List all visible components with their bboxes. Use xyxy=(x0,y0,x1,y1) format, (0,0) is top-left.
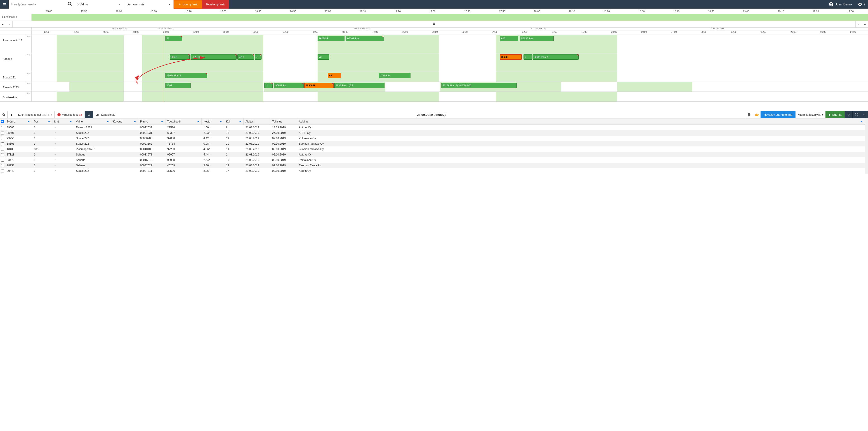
run-button[interactable]: ▶ Suorita xyxy=(826,111,845,118)
camera-icon[interactable] xyxy=(432,22,436,26)
watchers[interactable]: 2 xyxy=(855,0,868,8)
gantt-task[interactable]: 56136 Pos xyxy=(520,36,554,41)
filter-icon[interactable]: ⏷ xyxy=(69,120,72,123)
filter-icon[interactable]: ⏷ xyxy=(239,120,242,123)
selection-dropdown[interactable]: 5 Valittu ▼ xyxy=(74,0,124,8)
gantt-row-label[interactable]: 2Plasmapoltto 13 xyxy=(0,35,32,53)
th-toim[interactable]: Toimitus xyxy=(272,120,282,123)
row-checkbox[interactable] xyxy=(1,131,4,134)
gantt-row-body[interactable] xyxy=(32,92,868,101)
gantt-task[interactable]: 76064 Pos. 1! xyxy=(165,73,207,78)
scrollbar[interactable] xyxy=(865,118,868,174)
row-checkbox[interactable] xyxy=(1,126,4,129)
th-asiak[interactable]: Asiakas xyxy=(299,120,308,123)
errors-button[interactable]: ! Virhetilanteet 13 xyxy=(55,111,85,118)
nav-first-button[interactable]: « xyxy=(0,21,6,28)
th-vaihe[interactable]: Vaihe xyxy=(76,120,83,123)
row-checkbox[interactable] xyxy=(1,164,4,167)
search-icon[interactable] xyxy=(68,2,72,7)
th-aloitus[interactable]: Aloitus xyxy=(246,120,254,123)
gantt-task[interactable]: 65254 Pos.! xyxy=(191,54,237,60)
select-all-checkbox[interactable] xyxy=(1,120,4,123)
filter-icon[interactable]: ⏷ xyxy=(27,120,30,123)
mini-row-bar[interactable] xyxy=(32,14,868,21)
filter-icon[interactable]: ⏷ xyxy=(48,120,51,123)
gantt-task[interactable]: 88348 xyxy=(500,54,522,60)
gantt-row-body[interactable]: 13091!90601 Po!88348 P!6136 Pos. 1(6.956… xyxy=(32,82,868,92)
th-pos[interactable]: Pos xyxy=(34,120,39,123)
row-checkbox[interactable] xyxy=(1,170,4,173)
row-checkbox[interactable] xyxy=(1,159,4,162)
filter-icon[interactable]: ⏷ xyxy=(161,120,163,123)
delete-group-button[interactable]: Poista ryhmä xyxy=(202,0,229,8)
th-tyo[interactable]: Työnro xyxy=(7,120,15,123)
refresh-button[interactable] xyxy=(85,111,93,118)
gantt-task[interactable]: 56136 Pos. 1(10.00h) 000 xyxy=(441,83,517,88)
row-checkbox[interactable] xyxy=(1,148,4,151)
capacity-button[interactable]: Kapasiteetti xyxy=(93,111,118,118)
fullscreen-button[interactable] xyxy=(852,111,860,118)
table-row[interactable]: 289581✓Sahaus00032627462693.36h1921.08.2… xyxy=(0,163,865,168)
filter-icon[interactable]: ⏷ xyxy=(106,120,109,123)
create-group-button[interactable]: ＋ Luo ryhmä xyxy=(174,0,202,8)
search-input[interactable] xyxy=(8,0,74,8)
gantt-row-label[interactable]: 2Space 222 xyxy=(0,72,32,82)
table-row[interactable]: 181081✓Space 22200023162767840.08h1021.0… xyxy=(0,141,865,147)
bottom-filter-button[interactable] xyxy=(8,111,16,118)
gantt-task[interactable]: 1! xyxy=(264,83,273,88)
gantt-task[interactable]: 73 xyxy=(318,54,329,60)
group-dropdown[interactable]: Demoryhmä ▼ xyxy=(124,0,174,8)
gantt-row-body[interactable]: 47!76064 P07269 Pos.!62656136 Pos xyxy=(32,35,868,53)
filter-icon[interactable]: ⏷ xyxy=(133,120,136,123)
gantt-task[interactable]: 6 xyxy=(524,54,532,60)
gantt-row-body[interactable]: 76064 Pos. 1!8807269 Pc xyxy=(32,72,868,82)
table-row[interactable]: 354011✓Space 22200021031683072.83h1221.0… xyxy=(0,130,865,135)
gantt-task[interactable]: 76064 P xyxy=(318,36,344,41)
nav-last-button[interactable]: » xyxy=(862,21,868,28)
gantt-task[interactable]: 62611 Pos. 1! xyxy=(532,54,579,60)
approve-button[interactable]: Hyväksy suunnitelmat xyxy=(761,111,796,118)
gantt-row-label[interactable]: 2Sahaus xyxy=(0,53,32,72)
table-row[interactable]: 18108106✓Plasmapoltto 1300010103922934.6… xyxy=(0,147,865,152)
gantt-task[interactable]: 07269 Pc xyxy=(379,73,411,78)
gantt-row-label[interactable]: 2Sorvikeskus xyxy=(0,92,32,101)
filter-icon[interactable]: ⏷ xyxy=(197,120,199,123)
unloaded-button[interactable]: Kuormittamattomat 202 / 373 xyxy=(16,111,55,118)
user-menu[interactable]: Jussi Demo xyxy=(826,0,855,8)
gantt-task[interactable]: 7! xyxy=(255,54,262,60)
gantt-row-label[interactable]: 2Rausch 3233 xyxy=(0,82,32,92)
filter-icon[interactable]: ⏷ xyxy=(219,120,222,123)
gantt-task[interactable]: 90601 Po! xyxy=(274,83,304,88)
print-button[interactable] xyxy=(745,111,753,118)
gantt-task[interactable]: 6136 Pos. 1(6.9 xyxy=(334,83,384,88)
gantt-task[interactable]: 1309 xyxy=(165,83,191,88)
gantt-task[interactable]: 88348 P! xyxy=(304,83,334,88)
help-button[interactable]: ? xyxy=(845,111,852,118)
gantt-task[interactable]: 88 xyxy=(328,73,341,78)
th-piir[interactable]: Piirnro xyxy=(140,120,148,123)
table-row[interactable]: 395051✓Rausch 323300072637225861.50h821.… xyxy=(0,125,865,130)
gantt-task[interactable]: 5613! xyxy=(237,54,254,60)
nav-prev-button[interactable]: ‹ xyxy=(6,21,13,28)
table-row[interactable]: 304431✓Space 22200027311305863.36h1721.0… xyxy=(0,168,865,174)
table-row[interactable]: 992561✓Space 22200066780320084.42h1921.0… xyxy=(0,135,865,141)
th-mat[interactable]: Mat. xyxy=(54,120,59,123)
download-button[interactable] xyxy=(860,111,868,118)
gantt-row-body[interactable]: 90601!65254 Pos.!5613!7!7388348662611 Po… xyxy=(32,53,868,72)
th-kuv[interactable]: Kuvaus xyxy=(113,120,122,123)
ai-select[interactable]: Kuormita tekoälyllä ▼ xyxy=(796,111,825,118)
th-tuote[interactable]: Tuotekoodi xyxy=(167,120,181,123)
gantt-task[interactable]: 07269 Pos.! xyxy=(346,36,384,41)
gantt-task[interactable]: 626 xyxy=(500,36,518,41)
th-kpl[interactable]: Kpl xyxy=(226,120,230,123)
crown-button[interactable] xyxy=(753,111,761,118)
gantt-task[interactable]: 90601! xyxy=(170,54,190,60)
menu-button[interactable] xyxy=(0,0,8,8)
nav-next-button[interactable]: › xyxy=(855,21,862,28)
th-kesto[interactable]: Kesto xyxy=(204,120,211,123)
row-checkbox[interactable] xyxy=(1,143,4,145)
table-row[interactable]: 834721✓Sahaus00016372999382.54h1921.08.2… xyxy=(0,157,865,163)
row-checkbox[interactable] xyxy=(1,153,4,156)
bottom-search-button[interactable] xyxy=(0,111,8,118)
gantt-task[interactable]: 47! xyxy=(165,36,182,41)
